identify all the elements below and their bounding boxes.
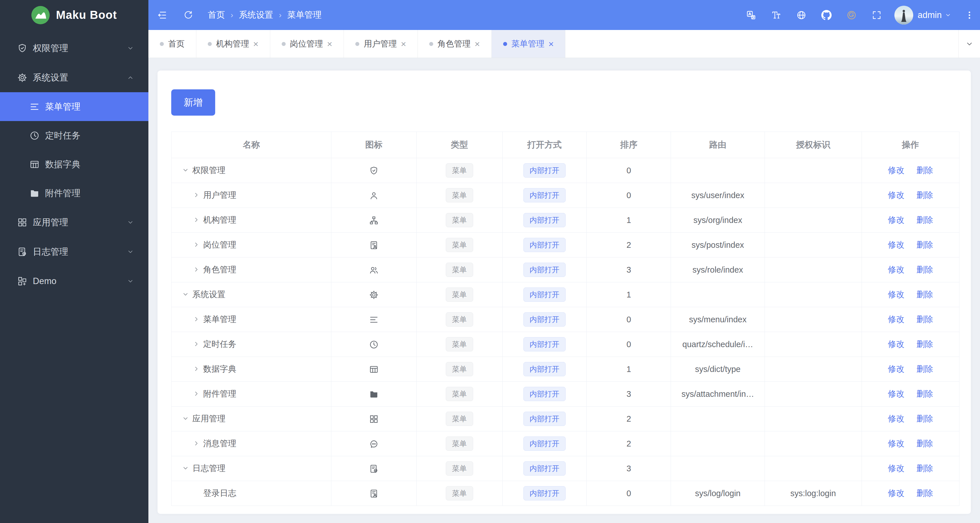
expand-row-icon[interactable] [192,241,200,248]
table-row: 机构管理菜单内部打开1sys/org/index修改删除 [172,208,959,233]
breadcrumb-item[interactable]: 首页 [208,9,225,21]
expand-row-icon[interactable] [192,266,200,273]
fullscreen-icon[interactable] [872,10,882,20]
edit-link[interactable]: 修改 [888,240,904,249]
table-row: 角色管理菜单内部打开3sys/role/index修改删除 [172,257,959,282]
sidebar: Maku Boot 权限管理系统设置菜单管理定时任务数据字典附件管理应用管理日志… [0,0,148,523]
delete-link[interactable]: 删除 [916,314,933,324]
delete-link[interactable]: 删除 [916,439,933,448]
tab-home[interactable]: 首页 [148,30,196,58]
open-mode-tag: 内部打开 [523,337,566,351]
expand-row-icon[interactable] [192,316,200,323]
delete-link[interactable]: 删除 [916,464,933,473]
expand-row-icon[interactable] [192,390,200,397]
tab-status-dot [503,42,507,46]
tabs-dropdown-button[interactable] [958,30,980,58]
sort-cell: 3 [587,382,671,407]
sidebar-item-permission[interactable]: 权限管理 [0,33,148,63]
delete-link[interactable]: 删除 [916,265,933,274]
close-tab-icon[interactable]: × [401,40,406,49]
app-logo[interactable]: Maku Boot [0,0,148,30]
edit-link[interactable]: 修改 [888,364,904,373]
sidebar-item-dict[interactable]: 数据字典 [0,150,148,179]
gitee-icon[interactable] [846,10,857,20]
collapse-row-icon[interactable] [182,464,189,472]
collapse-row-icon[interactable] [182,166,189,174]
type-cell: 菜单 [416,183,502,208]
edit-link[interactable]: 修改 [888,439,904,448]
add-button[interactable]: 新增 [171,89,215,116]
delete-link[interactable]: 删除 [916,414,933,423]
refresh-icon[interactable] [183,10,194,20]
sidebar-item-schedule[interactable]: 定时任务 [0,121,148,150]
sidebar-item-apps[interactable]: 应用管理 [0,207,148,237]
tab-user[interactable]: 用户管理× [344,30,418,58]
actions-cell: 修改删除 [862,158,959,183]
edit-link[interactable]: 修改 [888,290,904,299]
delete-link[interactable]: 删除 [916,290,933,299]
expand-row-icon[interactable] [192,365,200,373]
sidebar-item-logs[interactable]: 日志管理 [0,237,148,266]
close-tab-icon[interactable]: × [253,40,259,49]
delete-link[interactable]: 删除 [916,240,933,249]
edit-link[interactable]: 修改 [888,215,904,225]
sidebar-item-menu-mgmt[interactable]: 菜单管理 [0,92,148,121]
delete-link[interactable]: 删除 [916,166,933,175]
menu-name: 角色管理 [203,265,236,274]
expand-row-icon[interactable] [192,216,200,223]
close-tab-icon[interactable]: × [549,40,554,49]
more-options-icon[interactable] [964,10,974,20]
sort-cell: 0 [587,158,671,183]
edit-link[interactable]: 修改 [888,314,904,324]
edit-link[interactable]: 修改 [888,488,904,497]
table-row: 菜单管理菜单内部打开0sys/menu/index修改删除 [172,307,959,332]
close-tab-icon[interactable]: × [327,40,332,49]
translate-icon[interactable] [746,10,756,20]
edit-link[interactable]: 修改 [888,464,904,473]
expand-row-icon[interactable] [192,440,200,447]
icon-cell [331,307,416,332]
expand-row-icon[interactable] [192,191,200,199]
tab-menu[interactable]: 菜单管理× [492,30,566,58]
delete-link[interactable]: 删除 [916,340,933,349]
delete-link[interactable]: 删除 [916,190,933,199]
edit-link[interactable]: 修改 [888,190,904,199]
type-tag: 菜单 [446,461,473,476]
edit-link[interactable]: 修改 [888,265,904,274]
font-size-icon[interactable] [771,10,781,20]
collapse-row-icon[interactable] [182,415,189,422]
sidebar-item-attachment[interactable]: 附件管理 [0,179,148,207]
delete-link[interactable]: 删除 [916,364,933,373]
sidebar-item-demo[interactable]: Demo [0,266,148,296]
menu-name: 消息管理 [203,439,236,448]
main-area: 首页›系统设置›菜单管理 admin 首页机构管理×岗位管理×用户管理×角色管理… [148,0,980,523]
delete-link[interactable]: 删除 [916,215,933,225]
open-mode-cell: 内部打开 [502,431,587,456]
close-tab-icon[interactable]: × [474,40,480,49]
doc-check-icon [17,247,27,257]
breadcrumb-item[interactable]: 系统设置 [239,9,273,21]
collapse-row-icon[interactable] [182,291,189,298]
tab-org[interactable]: 机构管理× [196,30,270,58]
user-menu[interactable]: admin [894,6,951,24]
open-mode-cell: 内部打开 [502,208,587,233]
github-icon[interactable] [821,10,832,20]
edit-link[interactable]: 修改 [888,166,904,175]
tab-post[interactable]: 岗位管理× [270,30,344,58]
delete-link[interactable]: 删除 [916,389,933,398]
tab-role[interactable]: 角色管理× [418,30,492,58]
edit-link[interactable]: 修改 [888,389,904,398]
globe-icon[interactable] [796,10,807,20]
collapse-sidebar-icon[interactable] [157,10,167,20]
edit-link[interactable]: 修改 [888,340,904,349]
expand-row-icon[interactable] [192,340,200,348]
type-tag: 菜单 [446,163,473,177]
route-cell: sys/dict/type [671,357,765,382]
delete-link[interactable]: 删除 [916,488,933,497]
tab-bar-tabs: 首页机构管理×岗位管理×用户管理×角色管理×菜单管理× [148,30,565,58]
table-row: 定时任务菜单内部打开0quartz/schedule/i…修改删除 [172,332,959,357]
sidebar-item-label: 附件管理 [45,187,134,199]
route-cell: sys/attachment/in… [671,382,765,407]
sidebar-item-system[interactable]: 系统设置 [0,63,148,92]
edit-link[interactable]: 修改 [888,414,904,423]
